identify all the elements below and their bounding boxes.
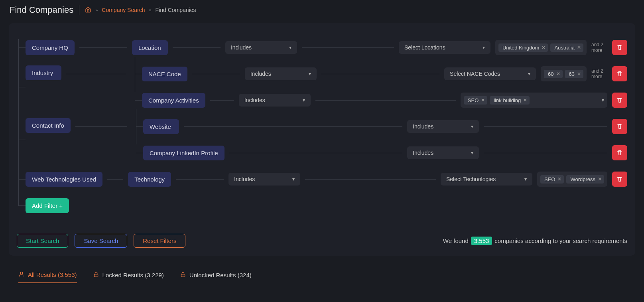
home-icon[interactable]	[85, 6, 91, 14]
filter-row-website: Website Includes▾	[143, 118, 627, 135]
delete-row-button[interactable]	[612, 172, 627, 187]
delete-row-button[interactable]	[612, 66, 627, 81]
technology-tags[interactable]: SEO✕ Wordpress✕	[537, 172, 607, 187]
tag-au: Australia✕	[550, 43, 583, 52]
more-note: and 2 more	[591, 68, 607, 80]
technology-select[interactable]: Select Technologies▾	[441, 173, 532, 186]
activities-tags[interactable]: SEO✕ link building✕ ▾	[461, 93, 607, 108]
delete-row-button[interactable]	[612, 40, 627, 55]
remove-tag-icon[interactable]: ✕	[577, 45, 581, 50]
tab-locked-results[interactable]: Locked Results (3.229)	[93, 271, 164, 283]
remove-tag-icon[interactable]: ✕	[523, 97, 527, 103]
breadcrumb-current: Find Companies	[156, 7, 196, 13]
group-chip-company-hq: Company HQ	[26, 40, 75, 55]
filter-row-webtech: Web Technologies Used Technology Include…	[26, 171, 627, 188]
field-chip-linkedin: Company LinkedIn Profile	[143, 146, 225, 160]
add-filter-button[interactable]: Add Filter +	[26, 198, 69, 213]
field-chip-technology: Technology	[128, 172, 171, 187]
chevron-down-icon: ▾	[471, 150, 473, 156]
nace-tags[interactable]: 60✕ 63✕	[541, 66, 587, 81]
svg-point-0	[20, 272, 22, 274]
add-filter-row: Add Filter +	[26, 197, 627, 214]
filter-panel: Company HQ Location Includes ▾ Select Lo…	[9, 23, 635, 256]
person-icon	[18, 271, 25, 278]
field-chip-activities: Company Activities	[142, 93, 205, 108]
chevron-down-icon: ▾	[289, 45, 291, 50]
start-search-button[interactable]: Start Search	[17, 234, 68, 248]
tag-wordpress: Wordpress✕	[566, 175, 604, 184]
page-header: Find Companies » Company Search » Find C…	[0, 0, 644, 20]
op-select-includes[interactable]: Includes ▾	[225, 41, 297, 54]
tag-linkbuilding: link building✕	[490, 96, 530, 105]
more-note: and 2 more	[591, 42, 607, 53]
reset-filters-button[interactable]: Reset Filters	[134, 234, 185, 248]
delete-row-button[interactable]	[612, 93, 627, 108]
chevron-down-icon: ▾	[292, 176, 295, 182]
chevron-down-icon: ▾	[303, 97, 305, 103]
breadcrumb-link[interactable]: Company Search	[102, 7, 145, 13]
tab-all-results[interactable]: All Results (3.553)	[18, 271, 77, 283]
chevron-down-icon: ▾	[528, 71, 530, 77]
field-chip-location: Location	[132, 40, 168, 55]
group-chip-industry: Industry	[26, 65, 61, 80]
chevron-down-icon: ▾	[471, 124, 473, 129]
delete-row-button[interactable]	[612, 145, 627, 160]
tag-uk: United Kingdom✕	[498, 43, 548, 52]
tag-seo: SEO✕	[540, 175, 564, 184]
action-bar: Start Search Save Search Reset Filters W…	[17, 234, 627, 248]
remove-tag-icon[interactable]: ✕	[542, 45, 546, 50]
filter-row-contact: Contact Info Website Includes▾ Company L…	[26, 118, 627, 161]
filter-row-activities: Company Activities Includes▾ SEO✕ link b…	[142, 92, 627, 109]
page-title: Find Companies	[10, 5, 79, 15]
remove-tag-icon[interactable]: ✕	[557, 176, 561, 182]
chevron-down-icon: ▾	[483, 45, 485, 50]
breadcrumb-sep: »	[95, 8, 98, 12]
save-search-button[interactable]: Save Search	[75, 234, 127, 248]
op-select-includes[interactable]: Includes▾	[245, 67, 317, 80]
tag-seo: SEO✕	[464, 96, 487, 105]
tag-60: 60✕	[544, 70, 562, 78]
op-select-includes[interactable]: Includes▾	[239, 94, 311, 107]
nace-select[interactable]: Select NACE Codes▾	[444, 67, 536, 80]
filter-row-linkedin: Company LinkedIn Profile Includes▾	[143, 144, 627, 161]
field-chip-website: Website	[143, 119, 179, 134]
op-select-includes[interactable]: Includes▾	[228, 173, 300, 186]
op-select-includes[interactable]: Includes▾	[407, 120, 479, 133]
remove-tag-icon[interactable]: ✕	[481, 97, 485, 103]
delete-row-button[interactable]	[612, 119, 627, 134]
svg-rect-1	[94, 274, 98, 277]
lock-icon	[93, 271, 99, 279]
tag-63: 63✕	[565, 70, 583, 78]
group-chip-contact: Contact Info	[26, 118, 71, 133]
filter-row-nace: NACE Code Includes▾ Select NACE Codes▾ 6…	[142, 65, 627, 82]
remove-tag-icon[interactable]: ✕	[598, 176, 602, 182]
results-tabs: All Results (3.553) Locked Results (3.22…	[0, 259, 644, 283]
op-select-includes[interactable]: Includes▾	[407, 146, 479, 159]
group-chip-webtech: Web Technologies Used	[26, 172, 102, 187]
results-count-badge: 3.553	[471, 237, 492, 245]
breadcrumb: » Company Search » Find Companies	[85, 6, 196, 14]
tab-unlocked-results[interactable]: Unlocked Results (324)	[180, 271, 252, 283]
remove-tag-icon[interactable]: ✕	[577, 71, 581, 77]
filter-tree: Company HQ Location Includes ▾ Select Lo…	[17, 39, 627, 214]
filter-row-industry: Industry NACE Code Includes▾ Select NACE…	[26, 65, 627, 109]
results-summary: We found 3.553 companies according to yo…	[443, 237, 627, 245]
breadcrumb-sep: »	[149, 8, 151, 12]
remove-tag-icon[interactable]: ✕	[556, 71, 560, 77]
location-select[interactable]: Select Locations ▾	[399, 41, 490, 54]
location-tags[interactable]: United Kingdom✕ Australia✕	[495, 40, 587, 55]
filter-row-company-hq: Company HQ Location Includes ▾ Select Lo…	[26, 39, 627, 56]
unlock-icon	[180, 271, 186, 279]
svg-rect-2	[181, 274, 185, 277]
field-chip-nace: NACE Code	[142, 67, 187, 81]
chevron-down-icon: ▾	[524, 176, 527, 182]
chevron-down-icon: ▾	[602, 97, 604, 103]
chevron-down-icon: ▾	[309, 71, 311, 77]
